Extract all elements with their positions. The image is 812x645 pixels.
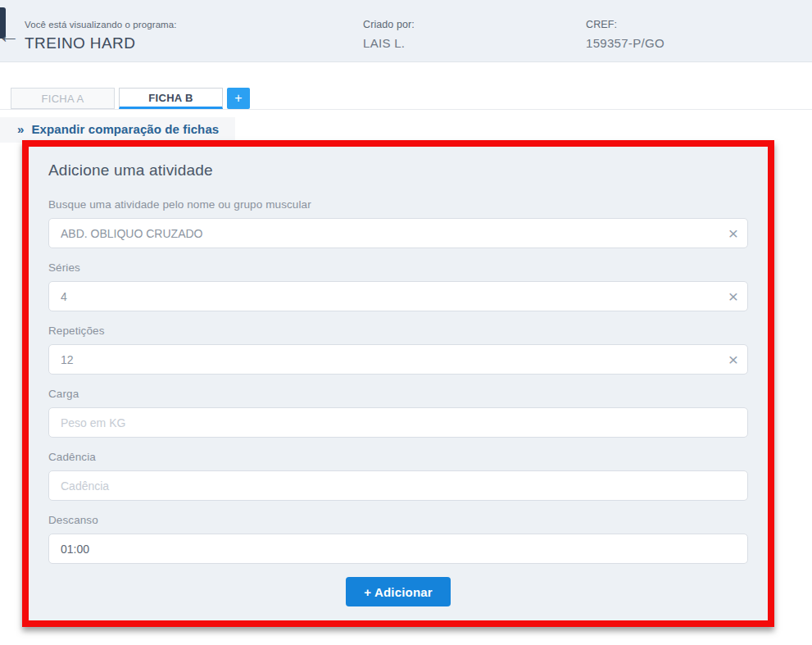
tab-ficha-b[interactable]: FICHA B [119, 88, 223, 109]
activity-search-field-group: Busque uma atividade pelo nome ou grupo … [48, 198, 748, 248]
load-field-group: Carga [48, 388, 748, 438]
sheet-tabs: FICHA A FICHA B + [0, 88, 812, 110]
activity-search-input[interactable] [48, 218, 748, 248]
rest-field-group: Descanso [48, 514, 748, 564]
viewing-program-label: Você está visualizando o programa: [25, 20, 177, 30]
repetitions-input[interactable] [48, 344, 748, 375]
load-label: Carga [48, 388, 748, 400]
clear-icon[interactable]: × [728, 287, 738, 304]
rest-label: Descanso [48, 514, 748, 526]
load-input[interactable] [48, 407, 748, 438]
add-activity-form: Adicione uma atividade Busque uma ativid… [29, 147, 768, 620]
chevrons-icon: » [17, 122, 24, 136]
cadence-label: Cadência [48, 451, 748, 463]
rest-input[interactable] [48, 534, 748, 564]
form-title: Adicione uma atividade [48, 161, 748, 179]
expand-comparison-link[interactable]: »Expandir comparação de fichas [0, 117, 235, 143]
created-by-value: LAIS L. [363, 36, 415, 50]
cadence-input[interactable] [48, 470, 748, 501]
program-header: ← Você está visualizando o programa: TRE… [0, 0, 812, 62]
series-label: Séries [48, 261, 748, 274]
back-arrow-icon[interactable]: ← [0, 25, 20, 47]
expand-comparison-label: Expandir comparação de fichas [31, 122, 219, 136]
add-activity-button[interactable]: + Adicionar [346, 577, 451, 606]
series-field-group: Séries × [48, 261, 748, 311]
repetitions-label: Repetições [48, 325, 748, 337]
cref-label: CREF: [586, 19, 665, 30]
red-highlight-annotation: Adicione uma atividade Busque uma ativid… [22, 140, 774, 627]
clear-icon[interactable]: × [728, 350, 738, 367]
program-name: TREINO HARD [25, 34, 177, 52]
created-by-label: Criado por: [363, 19, 415, 30]
cadence-field-group: Cadência [48, 451, 748, 501]
tab-ficha-a[interactable]: FICHA A [11, 88, 115, 109]
add-sheet-button[interactable]: + [227, 88, 250, 109]
cref-value: 159357-P/GO [586, 36, 665, 50]
series-input[interactable] [48, 281, 748, 311]
repetitions-field-group: Repetições × [48, 325, 748, 375]
clear-icon[interactable]: × [728, 224, 738, 241]
activity-search-label: Busque uma atividade pelo nome ou grupo … [48, 198, 748, 211]
